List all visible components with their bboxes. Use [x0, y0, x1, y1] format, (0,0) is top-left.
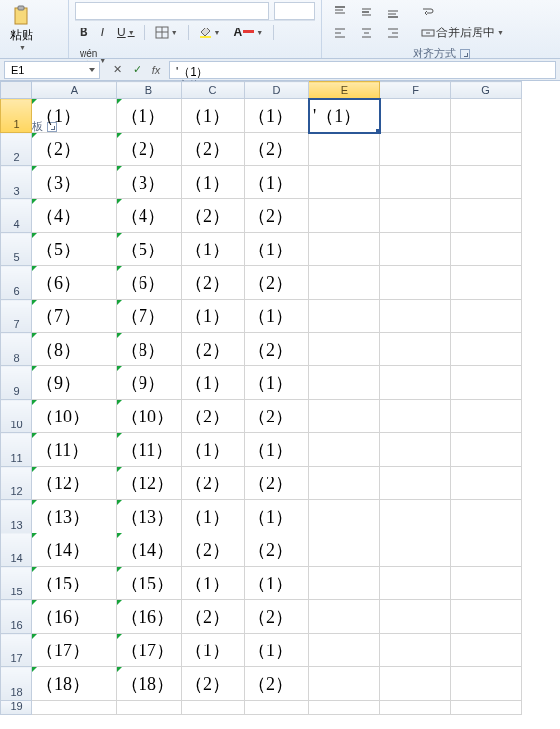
row-head-10[interactable]: 10 — [1, 400, 32, 433]
cell-E18[interactable] — [309, 667, 380, 701]
cell-B2[interactable]: （2） — [117, 133, 182, 166]
cell-A15[interactable]: （15） — [32, 567, 117, 600]
cell-E13[interactable] — [309, 500, 380, 533]
col-head-C[interactable]: C — [182, 82, 245, 99]
fill-color-button[interactable]: ▼ — [194, 23, 226, 42]
cell-A8[interactable]: （8） — [32, 333, 117, 366]
paste-button[interactable]: 粘贴 ▼ — [6, 2, 37, 53]
row-head-9[interactable]: 9 — [1, 366, 32, 400]
cell-C4[interactable]: （2） — [182, 199, 245, 233]
cell-G6[interactable] — [451, 266, 522, 300]
cell-G19[interactable] — [451, 701, 522, 715]
cell-F2[interactable] — [380, 133, 451, 166]
cell-E2[interactable] — [309, 133, 380, 166]
cell-A12[interactable]: （12） — [32, 467, 117, 500]
row-head-2[interactable]: 2 — [1, 133, 32, 166]
cell-A9[interactable]: （9） — [32, 366, 117, 400]
col-head-D[interactable]: D — [245, 82, 309, 99]
cell-B18[interactable]: （18） — [117, 667, 182, 701]
cell-C15[interactable]: （1） — [182, 567, 245, 600]
cell-C16[interactable]: （2） — [182, 600, 245, 634]
cell-C13[interactable]: （1） — [182, 500, 245, 533]
font-size-select[interactable] — [274, 2, 315, 20]
cell-F10[interactable] — [380, 400, 451, 433]
font-name-select[interactable] — [75, 2, 269, 20]
cell-A2[interactable]: （2） — [32, 133, 117, 166]
cell-G7[interactable] — [451, 300, 522, 333]
cell-C5[interactable]: （1） — [182, 233, 245, 266]
cell-F11[interactable] — [380, 433, 451, 467]
cell-G16[interactable] — [451, 600, 522, 634]
row-head-5[interactable]: 5 — [1, 233, 32, 266]
cell-D10[interactable]: （2） — [245, 400, 309, 433]
cell-F4[interactable] — [380, 199, 451, 233]
cell-E5[interactable] — [309, 233, 380, 266]
cell-E4[interactable] — [309, 199, 380, 233]
cell-D9[interactable]: （1） — [245, 366, 309, 400]
cell-B16[interactable]: （16） — [117, 600, 182, 634]
merge-center-button[interactable]: 合并后居中▼ — [417, 22, 509, 44]
cell-C18[interactable]: （2） — [182, 667, 245, 701]
font-color-button[interactable]: A▼ — [229, 23, 269, 42]
align-top-button[interactable] — [328, 2, 352, 22]
align-middle-button[interactable] — [355, 2, 378, 22]
cell-B17[interactable]: （17） — [117, 634, 182, 667]
align-right-button[interactable] — [381, 24, 405, 43]
cell-F7[interactable] — [380, 300, 451, 333]
name-box[interactable]: E1 — [4, 61, 100, 79]
cell-D7[interactable]: （1） — [245, 300, 309, 333]
align-center-button[interactable] — [355, 24, 378, 43]
select-all-corner[interactable] — [1, 82, 32, 99]
cell-B15[interactable]: （15） — [117, 567, 182, 600]
cell-C12[interactable]: （2） — [182, 467, 245, 500]
cell-E7[interactable] — [309, 300, 380, 333]
row-head-4[interactable]: 4 — [1, 199, 32, 233]
italic-button[interactable]: I — [96, 23, 109, 42]
cell-G10[interactable] — [451, 400, 522, 433]
cell-G4[interactable] — [451, 199, 522, 233]
cell-D2[interactable]: （2） — [245, 133, 309, 166]
cell-G12[interactable] — [451, 467, 522, 500]
cell-B13[interactable]: （13） — [117, 500, 182, 533]
cell-E1[interactable]: '（1） — [309, 99, 380, 133]
cell-C19[interactable] — [182, 701, 245, 715]
cell-F8[interactable] — [380, 333, 451, 366]
cell-E12[interactable] — [309, 467, 380, 500]
cell-F19[interactable] — [380, 701, 451, 715]
cell-D16[interactable]: （2） — [245, 600, 309, 634]
cell-A10[interactable]: （10） — [32, 400, 117, 433]
cell-B1[interactable]: （1） — [117, 99, 182, 133]
align-left-button[interactable] — [328, 24, 352, 43]
cell-A1[interactable]: （1） — [32, 99, 117, 133]
cell-D11[interactable]: （1） — [245, 433, 309, 467]
cell-F16[interactable] — [380, 600, 451, 634]
cell-B9[interactable]: （9） — [117, 366, 182, 400]
cell-D6[interactable]: （2） — [245, 266, 309, 300]
cell-E16[interactable] — [309, 600, 380, 634]
cell-B11[interactable]: （11） — [117, 433, 182, 467]
underline-button[interactable]: U▼ — [112, 23, 140, 42]
cell-C17[interactable]: （1） — [182, 634, 245, 667]
row-head-16[interactable]: 16 — [1, 600, 32, 634]
row-head-7[interactable]: 7 — [1, 300, 32, 333]
cell-D8[interactable]: （2） — [245, 333, 309, 366]
col-head-E[interactable]: E — [309, 82, 380, 99]
row-head-1[interactable]: 1 — [1, 99, 32, 133]
cell-B14[interactable]: （14） — [117, 533, 182, 567]
cell-C1[interactable]: （1） — [182, 99, 245, 133]
cell-G14[interactable] — [451, 533, 522, 567]
cell-C7[interactable]: （1） — [182, 300, 245, 333]
cell-A3[interactable]: （3） — [32, 166, 117, 199]
cell-G13[interactable] — [451, 500, 522, 533]
col-head-B[interactable]: B — [117, 82, 182, 99]
cell-C3[interactable]: （1） — [182, 166, 245, 199]
cell-B10[interactable]: （10） — [117, 400, 182, 433]
cell-B12[interactable]: （12） — [117, 467, 182, 500]
cell-A16[interactable]: （16） — [32, 600, 117, 634]
cell-G18[interactable] — [451, 667, 522, 701]
cell-A7[interactable]: （7） — [32, 300, 117, 333]
cell-B19[interactable] — [117, 701, 182, 715]
cell-A13[interactable]: （13） — [32, 500, 117, 533]
align-bottom-button[interactable] — [381, 2, 405, 22]
cell-D1[interactable]: （1） — [245, 99, 309, 133]
